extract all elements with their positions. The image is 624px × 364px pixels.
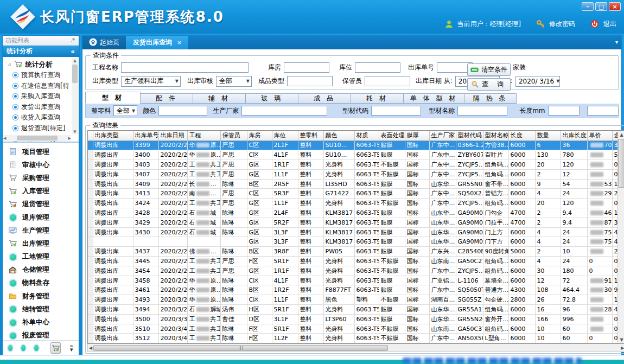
column-header[interactable]: 表面处理 [379,131,405,141]
table-cell[interactable]: 山东华… [429,314,456,324]
table-cell[interactable]: GR55N26 [456,314,483,324]
table-cell[interactable]: 陈琳 [220,208,247,218]
material-tab[interactable]: 隔 热 条 [464,93,517,104]
table-cell[interactable]: 6000 [508,160,535,170]
tree-item[interactable]: 发货出库查询 [6,102,71,113]
table-cell[interactable]: 4 [535,257,561,266]
table-row[interactable]: 调拨出库35102020/3/4工共工程陈琳F区5R1F整料光身料6063-T5… [88,324,624,334]
table-cell[interactable]: 山东华… [429,218,456,227]
table-cell[interactable]: 国标 [405,227,429,237]
table-cell[interactable]: B区 [247,179,272,189]
table-cell[interactable]: 3454 [133,266,158,276]
table-cell[interactable]: 广东中… [429,189,456,199]
table-cell[interactable]: KLM3817 [323,237,354,247]
scroll-left-icon[interactable]: ◀ [89,346,92,350]
table-cell[interactable]: 2020/3/2 [158,295,187,305]
change-password-link[interactable]: 修改密码 [549,20,575,29]
row-header[interactable] [88,227,93,237]
table-cell[interactable]: 1L1F [272,169,298,179]
table-cell[interactable]: 窗不带… [483,179,508,189]
scrollbar-thumb[interactable] [72,65,78,83]
table-cell[interactable]: 华原… [187,285,220,295]
material-tab[interactable]: 耗 材 [351,93,404,104]
row-header[interactable] [88,179,93,189]
tree-expander-icon[interactable]: ⊿ [7,62,11,67]
table-row[interactable]: 调拨出库34612020/2/28华原…陈琳B区1R2F整料F8877FT606… [88,285,624,295]
table-cell[interactable]: 窗外开… [483,314,508,324]
table-cell[interactable]: 整料 [298,295,323,305]
scroll-down-icon[interactable]: ▼ [73,129,76,135]
table-cell[interactable]: 华原… [187,295,220,305]
table-cell[interactable]: 国标 [405,218,429,227]
column-header[interactable]: 整零料 [298,131,323,141]
table-cell[interactable]: 整料 [298,266,323,276]
tree-item[interactable]: 预算执行查询 [6,70,71,81]
table-cell[interactable]: 光身料 [323,324,354,334]
table-cell[interactable]: 光身料 [323,334,354,343]
whole-part-select[interactable]: 全部▼ [113,105,137,116]
table-cell[interactable]: 整料 [298,285,323,295]
table-cell[interactable]: 调拨出库 [93,334,133,343]
table-cell[interactable]: 5R3F [272,189,298,199]
column-header[interactable]: 型材名称 [483,131,508,141]
table-cell[interactable]: 山东华… [429,305,456,315]
row-header[interactable] [88,314,93,324]
row-header[interactable] [88,208,93,218]
table-cell[interactable]: 普铝方… [483,189,508,199]
table-cell[interactable]: G区 [247,227,272,237]
sidebar-nav-item[interactable]: 入库管理 [3,185,79,198]
table-row[interactable]: 调拨出库34072020/2/25工共工程严思G区1L1F整料光身料6063-T… [88,169,624,179]
table-cell[interactable]: 2812 [587,305,612,315]
table-cell[interactable]: 780 [561,150,587,160]
material-tab[interactable]: 成 品 [298,93,351,104]
table-row[interactable]: 调拨出库34542020/2/28工共工程严思G区1R1F整料光身料6063-T… [88,266,624,276]
table-cell[interactable]: 4700 [508,218,535,227]
table-row[interactable]: 调拨出库34372020/2/27佛…陈琳B区3R8F整料PW056063-T5… [88,247,624,257]
table-cell[interactable]: G区 [247,266,272,276]
table-cell[interactable]: ZYCJP5… [456,199,483,208]
column-header[interactable]: 材质 [354,131,379,141]
logout-link[interactable]: 退出 [603,20,616,29]
table-cell[interactable]: SU10… [323,141,354,150]
sidebar-nav-item[interactable]: 退库管理 [3,211,79,224]
table-cell[interactable]: 36 [561,141,587,150]
table-cell[interactable]: ZYBY607 [456,150,483,160]
table-cell[interactable]: G区 [247,208,272,218]
table-cell[interactable]: 3510 [133,324,158,334]
table-cell[interactable]: 调拨出库 [93,141,133,150]
table-cell[interactable]: 山东华… [429,237,456,247]
table-cell[interactable]: 3458 [133,276,158,285]
table-cell[interactable]: 广东中… [429,169,456,179]
table-cell[interactable] [220,237,247,247]
tree-item[interactable]: 在途信息查询[待 [6,81,71,92]
table-cell[interactable]: 国标 [405,314,429,324]
row-header[interactable] [88,266,93,276]
table-cell[interactable]: 门勾企 [483,208,508,218]
table-cell[interactable]: 60 [561,334,587,343]
table-cell[interactable]: KLM3817 [323,218,354,227]
table-cell[interactable]: 调拨出库 [93,276,133,285]
table-cell[interactable]: 陈琳 [220,334,247,343]
table-cell[interactable]: 国标 [405,257,429,266]
table-cell[interactable]: 工共工程 [187,334,220,343]
table-cell[interactable]: 306 [587,285,612,295]
table-cell[interactable]: 调拨出库 [93,266,133,276]
table-cell[interactable]: 20 [535,160,561,170]
table-cell[interactable]: 整料 [298,247,323,257]
table-cell[interactable]: 6063-T5 [354,305,379,315]
table-cell[interactable]: 调拨出库 [93,305,133,315]
table-cell[interactable]: 2020/2/27 [158,247,187,257]
table-cell[interactable]: 6063-T5 [354,150,379,160]
table-cell[interactable]: 幕墙全… [483,276,508,285]
table-row[interactable]: 调拨出库34292020/2/26石城陈琳G区5R2F整料KLM38176063… [88,218,624,227]
table-cell[interactable]: 2020/2/26 [158,218,187,227]
table-row[interactable]: 调拨出库34282020/2/26石城陈琳G区2L4F整料KLM38176063… [88,208,624,218]
table-cell[interactable]: 6000 [508,324,535,334]
table-row[interactable]: 调拨出库34932020/3/2华原…陈琳C区1L1F整料黑色塑料不贴膜国标湖南… [88,295,624,305]
table-cell[interactable]: 广东中… [429,266,456,276]
table-cell[interactable]: 陈琳 [220,227,247,237]
table-cell[interactable]: 2 [535,208,561,218]
scrollbar-thumb[interactable] [93,345,388,351]
table-cell[interactable]: GR55N02 [456,179,483,189]
table-cell[interactable]: 贴膜 [379,285,405,295]
